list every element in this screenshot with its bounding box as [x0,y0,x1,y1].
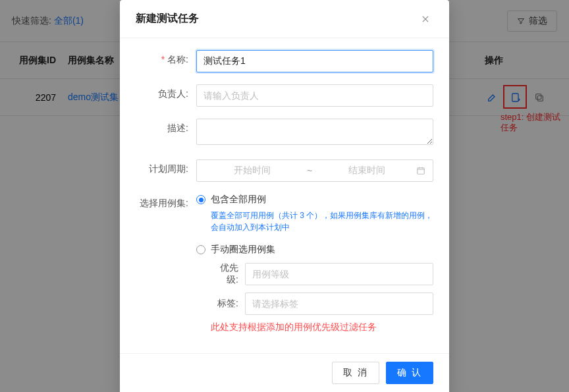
close-icon[interactable] [418,11,433,27]
label-desc: 描述: [167,123,188,133]
priority-note: 此处支持根据添加的用例优先级过滤任务 [211,322,433,333]
radio-manual-option[interactable]: 手动圈选用例集 [196,244,433,256]
radio-all-option[interactable]: 包含全部用例 [196,194,433,206]
row-name: *名称: [136,50,433,72]
label-priority: 优先级: [211,262,245,286]
label-owner: 负责人: [158,88,188,99]
radio-all-label: 包含全部用例 [211,194,266,206]
priority-select[interactable] [245,263,433,285]
period-start-placeholder: 开始时间 [203,165,302,177]
modal-body: *名称: 负责人: 描述: 计划周期: 开始时间 ~ 结束时间 [120,38,449,353]
label-period: 计划周期: [149,163,188,174]
modal-header: 新建测试任务 [120,0,449,38]
radio-all-icon [196,195,205,204]
row-desc: 描述: [136,119,433,148]
ok-button[interactable]: 确 认 [386,362,433,384]
row-priority: 优先级: [211,262,433,286]
cancel-button[interactable]: 取 消 [332,362,379,384]
label-name: 名称: [167,54,188,65]
calendar-icon [416,165,426,176]
tags-select[interactable] [245,293,433,315]
modal-title: 新建测试任务 [136,12,199,26]
svg-rect-3 [418,168,425,174]
required-asterisk: * [161,54,165,65]
row-period: 计划周期: 开始时间 ~ 结束时间 [136,159,433,182]
label-tags: 标签: [211,298,245,310]
row-tags: 标签: [211,293,433,315]
name-input[interactable] [196,50,433,72]
owner-input[interactable] [196,84,433,107]
modal: 新建测试任务 *名称: 负责人: 描述: 计划周期: [120,0,449,392]
desc-textarea[interactable] [196,119,433,145]
radio-manual-label: 手动圈选用例集 [211,244,275,256]
tilde-separator: ~ [307,165,312,176]
label-case-set: 选择用例集: [140,198,188,208]
case-set-radio-group: 包含全部用例 覆盖全部可用用例（共计 3 个），如果用例集库有新增的用例，会自动… [196,194,433,333]
radio-all-desc: 覆盖全部可用用例（共计 3 个），如果用例集库有新增的用例，会自动加入到本计划中 [211,210,433,233]
row-owner: 负责人: [136,84,433,107]
radio-manual-icon [196,245,205,254]
period-end-placeholder: 结束时间 [317,165,416,177]
row-case-set: 选择用例集: 包含全部用例 覆盖全部可用用例（共计 3 个），如果用例集库有新增… [136,194,433,336]
period-range-picker[interactable]: 开始时间 ~ 结束时间 [196,159,433,182]
modal-footer: 取 消 确 认 [120,353,449,392]
